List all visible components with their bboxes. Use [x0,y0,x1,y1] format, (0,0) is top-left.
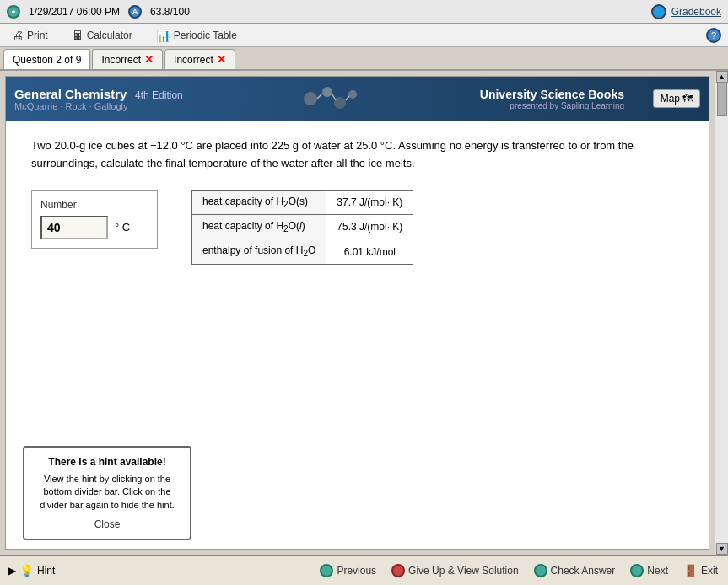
book-title: General Chemistry [14,87,127,101]
table-cell-property: heat capacity of H2O(s) [192,190,326,214]
tab-incorrect1[interactable]: Incorrect ✕ [92,49,163,69]
table-row: enthalpy of fusion of H2O 6.01 kJ/mol [192,239,413,264]
bottom-bar: ▶ 💡 Hint Previous Give Up & View Solutio… [0,555,728,585]
content-panel: General Chemistry 4th Edition McQuarrie … [5,76,709,550]
calculator-icon: 🖩 [72,29,84,42]
publisher-sub: presented by Sapling Learning [480,101,624,110]
question-area: Two 20.0-g ice cubes at −12.0 °C are pla… [6,121,709,282]
gradebook-label[interactable]: Gradebook [671,6,721,18]
next-icon [630,564,644,577]
bottom-right: Previous Give Up & View Solution Check A… [318,562,720,579]
svg-line-4 [317,94,322,99]
close-tab-1-icon[interactable]: ✕ [144,53,154,66]
table-cell-property: enthalpy of fusion of H2O [192,239,326,264]
check-answer-button[interactable]: Check Answer [532,562,617,579]
hint-label: Hint [37,565,55,577]
tab-question2[interactable]: Question 2 of 9 [3,49,90,69]
toolbar: 🖨 Print 🖩 Calculator 📊 Periodic Table ? [0,24,728,47]
give-up-icon [391,564,405,577]
hint-button[interactable]: ▶ 💡 Hint [8,564,55,577]
bottom-left: ▶ 💡 Hint [8,564,55,577]
answer-section: Number ° C heat capacity of H2O(s) 37.7 … [31,190,683,265]
tab-q2-label: Question 2 of 9 [13,54,81,66]
svg-point-0 [304,92,317,105]
book-title-line: General Chemistry 4th Edition [14,87,183,101]
book-header: General Chemistry 4th Edition McQuarrie … [6,77,709,121]
book-header-left: General Chemistry 4th Edition McQuarrie … [14,87,183,111]
main-wrapper: General Chemistry 4th Edition McQuarrie … [0,71,728,555]
svg-point-1 [322,87,332,97]
top-bar-right: 🌐 Gradebook [651,4,721,19]
answer-unit: ° C [115,221,130,233]
hint-popup-text: View the hint by clicking on the bottom … [33,473,181,512]
answer-input[interactable] [40,216,108,239]
table-cell-value: 75.3 J/(mol· K) [326,214,413,239]
molecule-svg [298,82,365,115]
tab-incorrect2[interactable]: Incorrect ✕ [164,49,235,69]
table-cell-value: 37.7 J/(mol· K) [326,190,413,214]
calculator-label: Calculator [87,30,132,41]
give-up-button[interactable]: Give Up & View Solution [390,562,520,579]
periodic-table-icon: 📊 [156,29,170,42]
next-button[interactable]: Next [628,562,670,579]
exit-label: Exit [701,565,718,577]
question-text: Two 20.0-g ice cubes at −12.0 °C are pla… [31,137,683,173]
hint-close-button[interactable]: Close [33,518,181,530]
close-tab-2-icon[interactable]: ✕ [217,53,226,66]
next-label: Next [647,565,668,577]
play-icon: ▶ [8,565,16,577]
tab-incorrect2-label: Incorrect [174,54,213,66]
svg-point-2 [334,97,346,109]
periodic-table-button[interactable]: 📊 Periodic Table [151,27,242,44]
score-icon: A [128,5,142,19]
svg-line-6 [346,96,349,100]
table-row: heat capacity of H2O(l) 75.3 J/(mol· K) [192,214,413,239]
answer-label: Number [40,199,148,211]
book-edition: 4th Edition [135,89,183,101]
globe-icon: 🌐 [651,4,666,19]
scroll-track [715,83,728,543]
map-button[interactable]: Map 🗺 [653,89,700,108]
data-table: heat capacity of H2O(s) 37.7 J/(mol· K) … [191,190,413,265]
previous-label: Previous [337,565,376,577]
tab-incorrect1-label: Incorrect [101,54,141,66]
give-up-label: Give Up & View Solution [408,565,519,577]
top-bar: ● 1/29/2017 06:00 PM A 63.8/100 🌐 Gradeb… [0,0,728,24]
exit-icon: 🚪 [683,564,698,577]
exit-button[interactable]: 🚪 Exit [682,562,720,579]
check-label: Check Answer [551,565,616,577]
help-icon[interactable]: ? [706,28,721,43]
print-icon: 🖨 [12,29,24,42]
print-button[interactable]: 🖨 Print [7,27,53,44]
score: 63.8/100 [150,6,190,18]
map-icon: 🗺 [682,93,693,105]
answer-box: Number ° C [31,190,158,249]
map-label: Map [661,93,680,105]
lamp-icon: 💡 [19,564,34,577]
hint-popup-title: There is a hint available! [33,456,181,468]
book-decoration [183,82,480,115]
scroll-down-arrow[interactable]: ▼ [716,543,728,555]
book-authors: McQuarrie · Rock · Gallogly [14,101,183,111]
check-icon [534,564,547,577]
scrollbar: ▲ ▼ [715,71,728,555]
scroll-thumb[interactable] [717,83,727,116]
calculator-button[interactable]: 🖩 Calculator [67,27,138,44]
svg-point-3 [348,90,357,99]
top-bar-left: ● 1/29/2017 06:00 PM A 63.8/100 [7,5,190,19]
scroll-up-arrow[interactable]: ▲ [716,71,728,83]
print-label: Print [27,30,48,41]
tab-bar: Question 2 of 9 Incorrect ✕ Incorrect ✕ [0,47,728,71]
publisher-name: University Science Books [480,88,624,101]
table-cell-property: heat capacity of H2O(l) [192,214,326,239]
hint-popup: There is a hint available! View the hint… [23,446,191,540]
previous-icon [320,564,333,577]
answer-input-row: ° C [40,216,148,239]
previous-button[interactable]: Previous [318,562,378,579]
table-row: heat capacity of H2O(s) 37.7 J/(mol· K) [192,190,413,214]
periodic-table-label: Periodic Table [174,30,237,41]
svg-line-5 [332,94,336,100]
datetime: 1/29/2017 06:00 PM [29,6,120,18]
status-icon: ● [7,5,20,19]
table-cell-value: 6.01 kJ/mol [326,239,413,264]
